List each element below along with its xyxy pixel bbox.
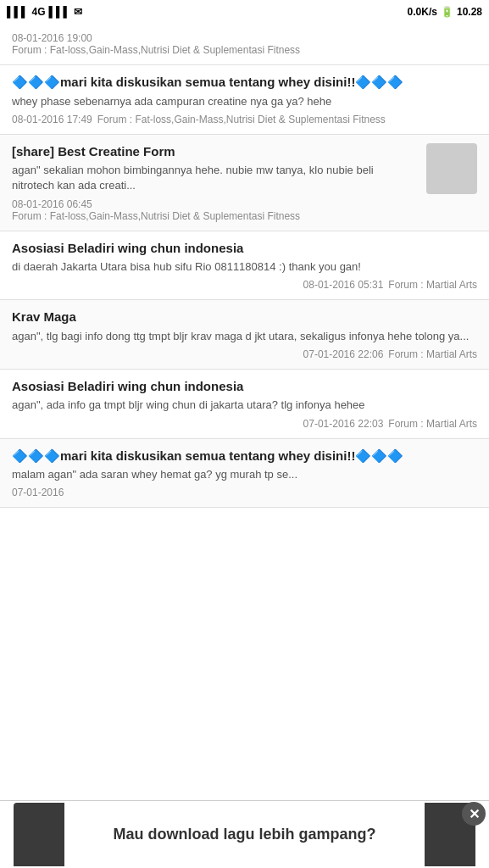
post-snippet: agan", ada info ga tmpt bljr wing chun d…	[12, 398, 477, 413]
post-item-top[interactable]: 08-01-2016 19:00 Forum : Fat-loss,Gain-M…	[0, 24, 489, 65]
post-date-top: 08-01-2016 19:00	[12, 32, 92, 44]
post-meta: 08-01-2016 06:45	[12, 198, 418, 210]
post-meta: 07-01-2016 22:03 Forum : Martial Arts	[12, 418, 477, 430]
forum-tag: Forum : Fat-loss,Gain-Mass,Nutrisi Diet …	[12, 210, 300, 222]
forum-tag: Forum : Martial Arts	[388, 279, 477, 291]
post-date: 08-01-2016 05:31	[303, 279, 384, 291]
post-title: 🔷🔷🔷mari kita diskusikan semua tentang wh…	[12, 74, 477, 91]
forum-tag: Forum : Martial Arts	[388, 418, 477, 430]
post-thumbnail	[426, 143, 477, 194]
post-date: 07-01-2016 22:03	[303, 418, 384, 430]
list-item[interactable]: Krav Maga agan", tlg bagi info dong ttg …	[0, 300, 489, 370]
posts-container: 🔷🔷🔷mari kita diskusikan semua tentang wh…	[0, 65, 489, 508]
status-right: 0.0K/s 🔋 10.28	[408, 6, 482, 18]
post-snippet: agan" sekalian mohon bimbingannya hehe. …	[12, 163, 418, 193]
list-item[interactable]: Asosiasi Beladiri wing chun indonesia di…	[0, 231, 489, 301]
post-meta: 08-01-2016 17:49 Forum : Fat-loss,Gain-M…	[12, 114, 477, 125]
battery-icon: 🔋	[441, 6, 453, 18]
list-item[interactable]: Asosiasi Beladiri wing chun indonesia ag…	[0, 370, 489, 439]
post-title: Krav Maga	[12, 309, 477, 326]
forum-tag: Forum : Fat-loss,Gain-Mass,Nutrisi Diet …	[97, 114, 386, 125]
signal-icon: ▌▌▌	[7, 6, 29, 18]
post-snippet: di daerah Jakarta Utara bisa hub sifu Ri…	[12, 259, 477, 275]
list-item[interactable]: 🔷🔷🔷mari kita diskusikan semua tentang wh…	[0, 65, 489, 135]
time-display: 10.28	[457, 6, 482, 18]
post-meta: 07-01-2016	[12, 487, 477, 498]
post-content: [share] Best Creatine Form agan" sekalia…	[12, 143, 418, 222]
message-icon: ✉	[74, 6, 82, 18]
forum-tag: Forum : Martial Arts	[388, 348, 477, 360]
post-title: 🔷🔷🔷mari kita diskusikan semua tentang wh…	[12, 448, 477, 465]
list-item[interactable]: [share] Best Creatine Form agan" sekalia…	[0, 135, 489, 231]
post-date: 07-01-2016	[12, 487, 64, 498]
status-bar: ▌▌▌ 4G ▌▌▌ ✉ 0.0K/s 🔋 10.28	[0, 0, 489, 24]
post-snippet: malam agan" ada saran whey hemat ga? yg …	[12, 467, 477, 482]
status-left: ▌▌▌ 4G ▌▌▌ ✉	[7, 6, 82, 18]
post-meta: 07-01-2016 22:06 Forum : Martial Arts	[12, 348, 477, 360]
post-title: Asosiasi Beladiri wing chun indonesia	[12, 378, 477, 395]
post-title: Asosiasi Beladiri wing chun indonesia	[12, 240, 477, 257]
list-item[interactable]: 🔷🔷🔷mari kita diskusikan semua tentang wh…	[0, 439, 489, 509]
post-date: 07-01-2016 22:06	[303, 348, 384, 360]
forum-tag-top: Forum : Fat-loss,Gain-Mass,Nutrisi Diet …	[12, 44, 300, 56]
post-meta-top: 08-01-2016 19:00	[12, 32, 477, 44]
post-title: [share] Best Creatine Form	[12, 143, 418, 160]
speed-indicator: 0.0K/s	[408, 6, 437, 18]
post-date: 08-01-2016 06:45	[12, 198, 92, 210]
signal-icon-2: ▌▌▌	[49, 6, 71, 18]
post-row: [share] Best Creatine Form agan" sekalia…	[12, 143, 477, 222]
post-snippet: whey phase sebenarnya ada campuran creat…	[12, 94, 477, 109]
post-snippet: agan", tlg bagi info dong ttg tmpt bljr …	[12, 329, 477, 344]
network-type: 4G	[32, 6, 46, 18]
post-forum: Forum : Fat-loss,Gain-Mass,Nutrisi Diet …	[12, 210, 418, 222]
post-date: 08-01-2016 17:49	[12, 114, 92, 125]
post-meta: 08-01-2016 05:31 Forum : Martial Arts	[12, 279, 477, 291]
post-forum-top: Forum : Fat-loss,Gain-Mass,Nutrisi Diet …	[12, 44, 477, 56]
